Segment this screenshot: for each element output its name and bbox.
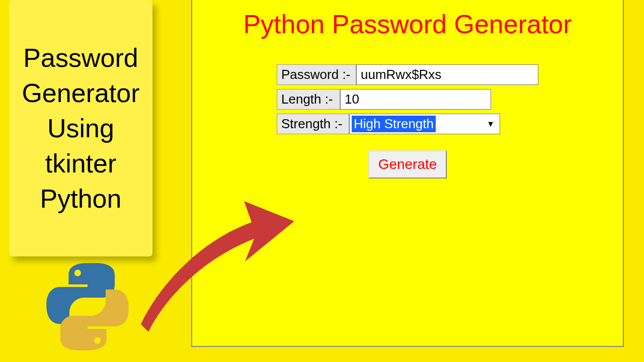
strength-select[interactable]: High Strength ▼ xyxy=(349,114,500,134)
thumbnail-title-card: Password Generator Using tkinter Python xyxy=(9,0,152,256)
form: Password :- Length :- Strength :- High S… xyxy=(277,64,538,178)
row-length: Length :- xyxy=(277,89,538,110)
python-logo-icon xyxy=(42,261,133,352)
row-strength: Strength :- High Strength ▼ xyxy=(277,114,538,134)
app-title: Python Password Generator xyxy=(192,0,623,64)
password-output[interactable] xyxy=(356,64,538,85)
row-password: Password :- xyxy=(277,64,538,85)
arrow-up-right-icon xyxy=(138,191,304,342)
thumbnail-title: Password Generator Using tkinter Python xyxy=(13,40,148,217)
password-label: Password :- xyxy=(277,64,356,85)
length-label: Length :- xyxy=(277,89,340,110)
chevron-down-icon: ▼ xyxy=(487,120,498,129)
generate-button[interactable]: Generate xyxy=(368,150,447,178)
length-input[interactable] xyxy=(340,89,491,110)
strength-label: Strength :- xyxy=(277,114,349,134)
strength-value: High Strength xyxy=(352,116,436,132)
